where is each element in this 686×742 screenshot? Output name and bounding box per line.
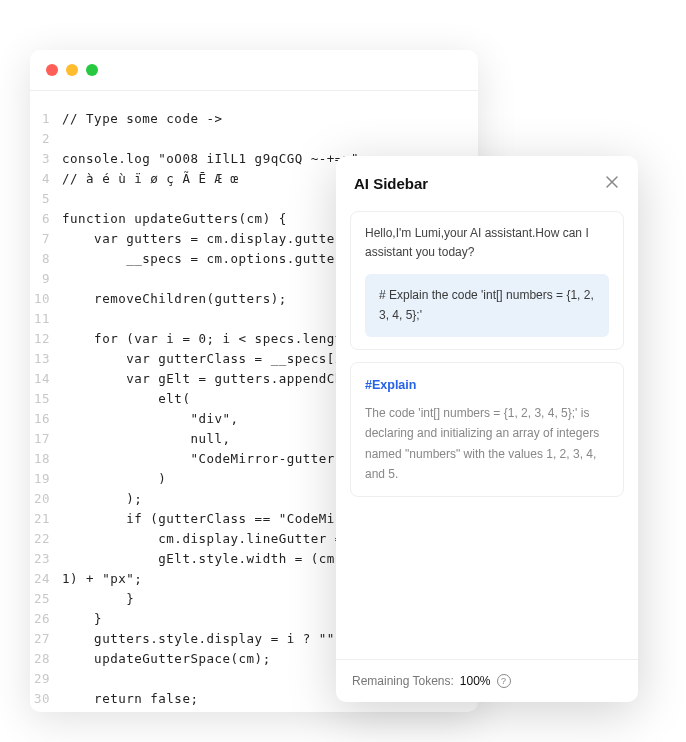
window-controls	[30, 50, 478, 86]
code-text: // Type some code ->	[62, 109, 223, 129]
code-text: __specs = cm.options.gutters;	[62, 249, 359, 269]
line-number: 31	[30, 709, 62, 712]
assistant-response-bubble: #Explain The code 'int[] numbers = {1, 2…	[350, 362, 624, 498]
line-number: 15	[30, 389, 62, 409]
window-close-icon[interactable]	[46, 64, 58, 76]
line-number: 9	[30, 269, 62, 289]
code-text: "div",	[62, 409, 239, 429]
line-number: 12	[30, 329, 62, 349]
line-number: 21	[30, 509, 62, 529]
window-minimize-icon[interactable]	[66, 64, 78, 76]
code-text: updateGutterSpace(cm);	[62, 649, 271, 669]
code-line: 1// Type some code ->	[30, 109, 478, 129]
window-maximize-icon[interactable]	[86, 64, 98, 76]
line-number: 8	[30, 249, 62, 269]
code-text: }	[62, 609, 102, 629]
line-number: 18	[30, 449, 62, 469]
code-text: );	[62, 489, 142, 509]
code-text: 1) + "px";	[62, 569, 142, 589]
code-text: )	[62, 469, 166, 489]
code-text: var gutterClass = __specs[i];	[62, 349, 359, 369]
code-text: var gutters = cm.display.gutters,	[62, 229, 359, 249]
sidebar-footer: Remaining Tokens: 100% ?	[336, 659, 638, 702]
code-line: 2	[30, 129, 478, 149]
code-text: var gElt = gutters.appendChild(	[62, 369, 375, 389]
explain-body: The code 'int[] numbers = {1, 2, 3, 4, 5…	[365, 403, 609, 485]
line-number: 24	[30, 569, 62, 589]
ai-sidebar: AI Sidebar Hello,I'm Lumi,your AI assist…	[336, 156, 638, 702]
line-number: 7	[30, 229, 62, 249]
line-number: 10	[30, 289, 62, 309]
line-number: 29	[30, 669, 62, 689]
assistant-intro-text: Hello,I'm Lumi,your AI assistant.How can…	[365, 224, 609, 262]
line-number: 4	[30, 169, 62, 189]
line-number: 5	[30, 189, 62, 209]
line-number: 30	[30, 689, 62, 709]
line-number: 28	[30, 649, 62, 669]
sidebar-body: Hello,I'm Lumi,your AI assistant.How can…	[336, 207, 638, 659]
line-number: 3	[30, 149, 62, 169]
close-icon[interactable]	[604, 174, 620, 193]
code-text: }	[62, 709, 70, 712]
code-text: // à é ù ï ø ç Ã Ē Æ œ	[62, 169, 239, 189]
code-text: elt(	[62, 389, 190, 409]
assistant-intro-bubble: Hello,I'm Lumi,your AI assistant.How can…	[350, 211, 624, 350]
code-line: 31}	[30, 709, 478, 712]
code-text: }	[62, 589, 134, 609]
code-text: removeChildren(gutters);	[62, 289, 287, 309]
line-number: 13	[30, 349, 62, 369]
line-number: 22	[30, 529, 62, 549]
line-number: 25	[30, 589, 62, 609]
tokens-value: 100%	[460, 674, 491, 688]
line-number: 20	[30, 489, 62, 509]
sidebar-title: AI Sidebar	[354, 175, 428, 192]
line-number: 11	[30, 309, 62, 329]
line-number: 14	[30, 369, 62, 389]
tokens-label: Remaining Tokens:	[352, 674, 454, 688]
user-query-bubble: # Explain the code 'int[] numbers = {1, …	[365, 274, 609, 336]
line-number: 27	[30, 629, 62, 649]
code-text: console.log "oO08 iIlL1 g9qCGQ ~-+=>";	[62, 149, 367, 169]
line-number: 16	[30, 409, 62, 429]
help-icon[interactable]: ?	[497, 674, 511, 688]
line-number: 2	[30, 129, 62, 149]
line-number: 1	[30, 109, 62, 129]
explain-heading: #Explain	[365, 375, 609, 395]
line-number: 6	[30, 209, 62, 229]
line-number: 26	[30, 609, 62, 629]
sidebar-header: AI Sidebar	[336, 156, 638, 207]
line-number: 23	[30, 549, 62, 569]
line-number: 17	[30, 429, 62, 449]
code-text: null,	[62, 429, 231, 449]
code-text: return false;	[62, 689, 198, 709]
code-text: function updateGutters(cm) {	[62, 209, 287, 229]
line-number: 19	[30, 469, 62, 489]
